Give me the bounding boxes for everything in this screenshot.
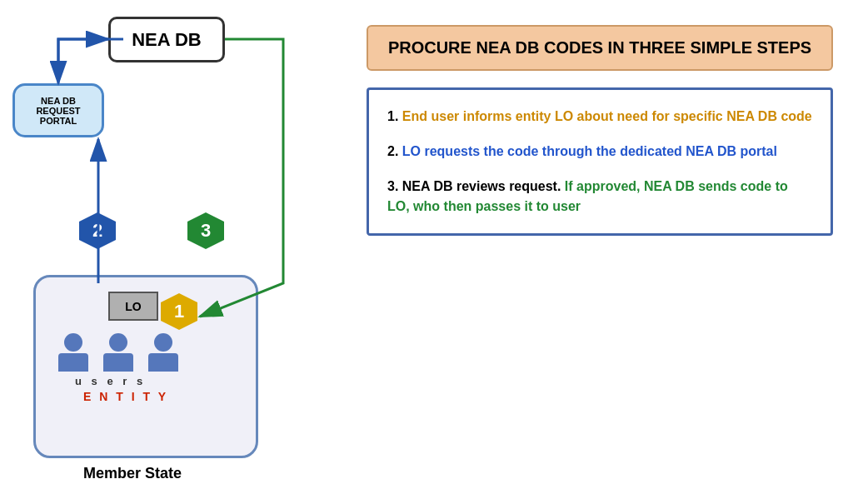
step1-number: 1.: [387, 109, 398, 123]
member-state-label: Member State: [83, 465, 182, 482]
user-icon-3: [148, 333, 178, 372]
step3-text-black: NEA DB reviews request.: [402, 179, 561, 193]
users-area: [58, 333, 178, 372]
step-2: 2. LO requests the code through the dedi…: [387, 142, 812, 162]
step-3: 3. NEA DB reviews request. If approved, …: [387, 177, 812, 217]
portal-box: NEA DB REQUEST PORTAL: [12, 83, 104, 137]
step-1: 1. End user informs entity LO about need…: [387, 107, 812, 127]
user-body: [58, 353, 88, 372]
user-body: [103, 353, 133, 372]
nea-db-box: NEA DB: [108, 17, 225, 62]
title-text: PROCURE NEA DB CODES IN THREE SIMPLE STE…: [388, 38, 811, 57]
user-body: [148, 353, 178, 372]
nea-db-label: NEA DB: [132, 29, 202, 51]
portal-label: NEA DB REQUEST PORTAL: [19, 96, 97, 126]
user-head: [154, 333, 172, 352]
title-box: PROCURE NEA DB CODES IN THREE SIMPLE STE…: [367, 25, 833, 71]
user-head: [109, 333, 127, 352]
right-panel: PROCURE NEA DB CODES IN THREE SIMPLE STE…: [367, 25, 833, 236]
diagram-area: NEA DB NEA DB REQUEST PORTAL LO u s e r …: [0, 0, 350, 504]
users-label: u s e r s: [75, 375, 146, 387]
user-head: [64, 333, 82, 352]
user-icon-2: [103, 333, 133, 372]
lo-box: LO: [108, 292, 158, 321]
step1-text: End user informs entity LO about need fo…: [402, 109, 812, 123]
step2-text: LO requests the code through the dedicat…: [402, 144, 777, 158]
lo-label: LO: [125, 300, 141, 313]
steps-box: 1. End user informs entity LO about need…: [367, 87, 833, 236]
user-icon-1: [58, 333, 88, 372]
badge-2: 2: [79, 212, 116, 249]
badge-3: 3: [187, 212, 224, 249]
entity-label: E N T I T Y: [83, 390, 168, 403]
step2-number: 2.: [387, 144, 398, 158]
step3-number: 3.: [387, 179, 398, 193]
